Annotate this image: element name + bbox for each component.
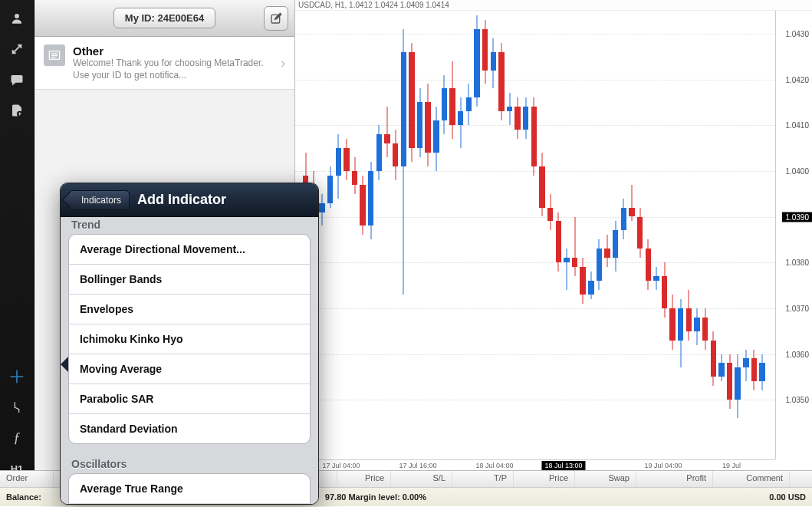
indicator-list: Average True Range (68, 473, 311, 503)
orders-column-header[interactable]: Order (0, 471, 54, 487)
indicator-section-label: Trend (61, 217, 318, 234)
x-tick-label: 17 Jul 16:00 (399, 462, 436, 469)
indicator-fx-icon[interactable]: ƒ (3, 424, 31, 452)
indicator-item[interactable]: Average True Range (69, 474, 310, 503)
message-title: Other (73, 44, 273, 58)
indicator-item[interactable]: Ichimoku Kinko Hyo (69, 324, 310, 354)
current-time-marker: 18 Jul 13:00 (541, 461, 585, 470)
x-tick-label: 17 Jul 04:00 (322, 462, 360, 469)
x-tick-label: 18 Jul 04:00 (475, 462, 513, 469)
indicator-item[interactable]: Moving Average (69, 354, 310, 384)
y-tick-label: 1.0350 (785, 396, 809, 404)
orders-column-header[interactable]: Price (514, 471, 575, 487)
chart-area: USDCAD, H1, 1.0412 1.0424 1.0409 1.0414 … (295, 0, 812, 507)
orders-column-header[interactable]: T/P (452, 471, 514, 487)
indicator-item[interactable]: Envelopes (69, 295, 310, 324)
left-sidebar: ƒ H1 + (0, 0, 35, 507)
orders-column-header[interactable]: Swap (575, 471, 636, 487)
chart-canvas[interactable]: 1.03501.03601.03701.03801.03901.04001.04… (295, 11, 812, 490)
orders-column-header[interactable]: S/L (391, 471, 452, 487)
expand-icon[interactable] (3, 35, 31, 63)
indicator-list: Average Directional Movement...Bollinger… (68, 234, 311, 444)
y-tick-label: 1.0370 (785, 304, 809, 312)
message-item[interactable]: Other Welcome! Thank you for choosing Me… (35, 37, 294, 90)
orders-column-header[interactable]: Price (337, 471, 391, 487)
indicator-item[interactable]: Standard Deviation (69, 414, 310, 443)
svg-point-0 (15, 14, 19, 18)
chart-header-label: USDCAD, H1, 1.0412 1.0424 1.0409 1.0414 (295, 0, 812, 11)
message-type-icon (44, 44, 65, 66)
orders-column-header[interactable]: Comment (713, 471, 790, 487)
popover-title: Add Indicator (137, 192, 226, 208)
orders-column-header[interactable]: Profit (636, 471, 713, 487)
my-id-badge[interactable]: My ID: 24E00E64 (113, 8, 215, 28)
messages-toolbar: My ID: 24E00E64 (35, 0, 294, 37)
object-icon[interactable] (3, 393, 31, 421)
y-axis: 1.03501.03601.03701.03801.03901.04001.04… (775, 11, 812, 459)
balance-right: 0.00 USD (769, 492, 806, 502)
current-price-marker: 1.0390 (782, 212, 812, 222)
y-tick-label: 1.0360 (785, 350, 809, 358)
balance-mid: 97.80 Margin level: 0.00% (325, 492, 426, 502)
y-tick-label: 1.0420 (785, 75, 809, 84)
y-tick-label: 1.0410 (785, 121, 809, 130)
y-tick-label: 1.0380 (785, 258, 809, 267)
popover-header: Indicators Add Indicator (61, 183, 318, 217)
indicator-section-label: Oscillators (61, 452, 318, 473)
y-tick-label: 1.0400 (785, 166, 809, 175)
popover-body[interactable]: TrendAverage Directional Movement...Boll… (61, 217, 318, 504)
chat-icon[interactable] (3, 66, 31, 94)
compose-button[interactable] (264, 6, 288, 31)
profile-icon[interactable] (3, 5, 31, 32)
indicator-item[interactable]: Average Directional Movement... (69, 235, 310, 265)
y-tick-label: 1.0430 (785, 29, 809, 38)
add-document-icon[interactable] (3, 97, 31, 124)
x-tick-label: 19 Jul 04:00 (644, 462, 682, 469)
indicator-item[interactable]: Parabolic SAR (69, 384, 310, 414)
crosshair-icon[interactable] (3, 363, 31, 390)
balance-label: Balance: (6, 492, 41, 502)
indicator-item[interactable]: Bollinger Bands (69, 265, 310, 295)
back-button[interactable]: Indicators (68, 190, 130, 210)
chevron-right-icon: › (281, 55, 285, 71)
add-indicator-popover: Indicators Add Indicator TrendAverage Di… (60, 183, 319, 505)
message-text: Welcome! Thank you for choosing MetaTrad… (73, 58, 273, 81)
